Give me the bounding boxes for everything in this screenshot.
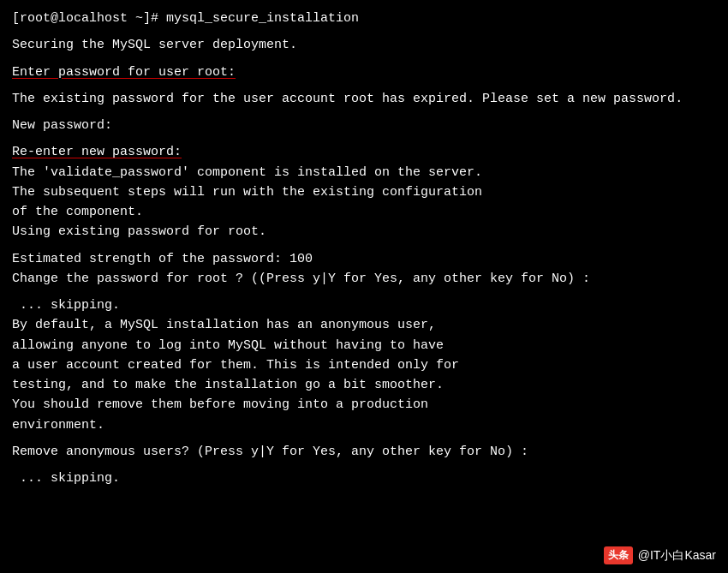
terminal-line-estimated-strength: Estimated strength of the password: 100 <box>12 249 716 269</box>
terminal-line-environment: environment. <box>12 415 716 435</box>
terminal-line-blank6 <box>12 242 716 249</box>
watermark-logo: 头条 <box>604 546 633 564</box>
terminal-line-testing: testing, and to make the installation go… <box>12 375 716 395</box>
terminal-line-you-should: You should remove them before moving int… <box>12 395 716 415</box>
terminal-line-validate-component: The 'validate_password' component is ins… <box>12 163 716 182</box>
terminal-line-blank4 <box>12 109 716 116</box>
terminal-line-subsequent-steps: The subsequent steps will run with the e… <box>12 182 716 202</box>
watermark-handle: @IT小白Kasar <box>638 548 716 564</box>
watermark: 头条 @IT小白Kasar <box>604 546 716 564</box>
terminal-line-new-password: New password: <box>12 116 716 135</box>
terminal-container: [root@localhost ~]# mysql_secure_install… <box>0 0 728 573</box>
terminal-line-blank9 <box>12 462 716 469</box>
terminal-line-by-default: By default, a MySQL installation has an … <box>12 315 716 335</box>
terminal-line-cmd-prompt: [root@localhost ~]# mysql_secure_install… <box>12 9 716 28</box>
terminal-line-enter-password: Enter password for user root: <box>12 63 716 82</box>
terminal-line-using-existing: Using existing password for root. <box>12 222 716 242</box>
terminal-line-skipping2: ... skipping. <box>12 469 716 488</box>
terminal-line-remove-anonymous: Remove anonymous users? (Press y|Y for Y… <box>12 442 716 462</box>
terminal-line-blank5 <box>12 135 716 142</box>
terminal-line-existing-password: The existing password for the user accou… <box>12 89 716 109</box>
terminal-line-user-account: a user account created for them. This is… <box>12 355 716 375</box>
terminal-line-blank3 <box>12 82 716 89</box>
terminal-line-change-password: Change the password for root ? ((Press y… <box>12 269 716 289</box>
terminal-line-blank2 <box>12 56 716 63</box>
terminal-line-securing: Securing the MySQL server deployment. <box>12 35 716 55</box>
terminal-line-skipping1: ... skipping. <box>12 295 716 315</box>
terminal-line-blank8 <box>12 435 716 442</box>
terminal-output: [root@localhost ~]# mysql_secure_install… <box>12 9 716 488</box>
terminal-line-blank1 <box>12 28 716 35</box>
terminal-line-blank7 <box>12 289 716 295</box>
terminal-line-allowing-anyone: allowing anyone to log into MySQL withou… <box>12 336 716 355</box>
terminal-line-reenter-password: Re-enter new password: <box>12 142 716 162</box>
terminal-line-of-component: of the component. <box>12 202 716 222</box>
